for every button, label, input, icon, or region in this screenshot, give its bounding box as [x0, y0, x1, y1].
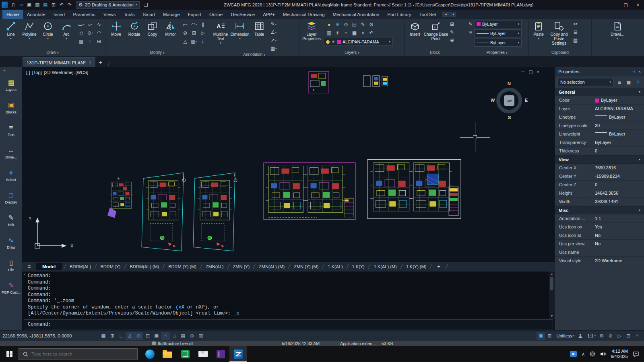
mirror-button[interactable]: Mirror: [161, 20, 180, 37]
layout-tab[interactable]: 1.K(AL) (M): [372, 264, 398, 269]
layer-sun-icon[interactable]: ☀: [331, 39, 335, 45]
drawing-restore-icon[interactable]: ▢: [528, 69, 533, 74]
polygon-icon[interactable]: ◇: [77, 29, 86, 37]
document-tab[interactable]: 131P-TIP2M MIMARI PLAN* ×: [23, 58, 95, 67]
layout-tab[interactable]: 1.K(AL): [326, 264, 344, 269]
touch-keyboard-icon[interactable]: [570, 351, 577, 357]
command-history-window[interactable]: × Command: Command: Command: Command: Co…: [22, 271, 555, 319]
properties-panel-label[interactable]: Properties▾: [465, 50, 528, 56]
ortho-toggle-icon[interactable]: ∟: [117, 332, 126, 340]
dynamic-ucs-icon[interactable]: ▣: [152, 332, 161, 340]
layout-tab[interactable]: BDRM (Y) (M): [167, 264, 198, 269]
viewport-visual-style-control[interactable]: [2D Wireframe]: [44, 70, 74, 75]
polar-toggle-icon[interactable]: ∠: [126, 332, 134, 340]
leader-icon[interactable]: ↗▾: [270, 36, 277, 44]
sidebar-item-draw[interactable]: ∿ Draw: [0, 232, 22, 254]
sidebar-item-edit[interactable]: ✎ Edit: [0, 209, 22, 232]
table-button[interactable]: Table: [250, 20, 269, 37]
match-properties-icon[interactable]: ✎: [469, 20, 473, 28]
layer-thaw-icon[interactable]: ☀: [333, 29, 342, 37]
tab-tool-set[interactable]: Tool Set: [415, 10, 440, 19]
open-file-icon[interactable]: ▱: [18, 1, 25, 8]
mail-icon[interactable]: [194, 346, 212, 362]
viewport-view-control[interactable]: [Top]: [32, 70, 42, 75]
add-layout-button[interactable]: +: [437, 263, 440, 269]
line-button[interactable]: Line▾: [2, 20, 20, 40]
paste-special-icon[interactable]: ▤: [573, 36, 578, 44]
cad-detail-cluster[interactable]: [107, 177, 133, 218]
status-menu-icon[interactable]: ≡: [633, 332, 642, 340]
align-icon[interactable]: ⊥: [198, 37, 207, 45]
tab-tools[interactable]: Tools: [120, 10, 139, 19]
sidebar-item-layers[interactable]: ▤ Layers: [0, 74, 22, 97]
sidebar-item-display[interactable]: □ Display: [0, 187, 22, 209]
layout-tab[interactable]: BDRM (Y): [99, 264, 122, 269]
maximize-button[interactable]: ▢: [620, 0, 632, 10]
compass-north[interactable]: N: [508, 81, 511, 86]
annotation-monitor-icon[interactable]: ▥: [196, 332, 205, 340]
sidebar-item-pgp[interactable]: ✎ PGP Cust...: [0, 277, 22, 299]
sidebar-item-dimension[interactable]: ↔ Dime...: [0, 142, 22, 164]
layer-walk-icon[interactable]: ▥: [325, 29, 333, 37]
save-as-icon[interactable]: ▥: [34, 1, 41, 8]
doc-tab-close-icon[interactable]: ×: [89, 60, 91, 65]
scroll-down-icon[interactable]: ▼: [551, 313, 553, 319]
layout-tab[interactable]: BDRM(AL) (M): [128, 264, 161, 269]
tab-mechanical-drawing[interactable]: Mechanical Drawing: [279, 10, 329, 19]
layer-match-icon[interactable]: ✎: [359, 20, 367, 29]
annotation-scale-label[interactable]: 1:1: [587, 333, 593, 338]
volume-icon[interactable]: [600, 351, 606, 357]
cad-elevation-strips[interactable]: [363, 76, 388, 87]
cut-icon[interactable]: ✂: [573, 20, 578, 28]
color-control-dropdown[interactable]: ByLayer ▾: [474, 20, 522, 28]
tab-parametric[interactable]: Parametric: [69, 10, 100, 19]
offset-icon[interactable]: ∥: [198, 20, 207, 29]
tab-insert[interactable]: Insert: [50, 10, 69, 19]
tab-manage[interactable]: Manage: [159, 10, 184, 19]
change-base-point-button[interactable]: Change Base Point: [423, 20, 448, 41]
otrack-toggle-icon[interactable]: ⊡: [143, 332, 152, 340]
ribbon-collapse-button[interactable]: ▲▾: [442, 10, 456, 19]
compass-south[interactable]: S: [508, 115, 511, 120]
gradient-icon[interactable]: ⊞: [95, 37, 103, 45]
sidebar-item-text[interactable]: ≡ Text: [0, 119, 22, 142]
point-icon[interactable]: ⊙▾: [86, 29, 95, 37]
zwcad-taskbar-icon[interactable]: [229, 346, 247, 362]
undo-icon[interactable]: ↶: [58, 1, 65, 8]
view-compass[interactable]: N E S W TOP: [490, 81, 528, 120]
taskbar-clock[interactable]: 4:12 AM 6/4/2025: [611, 349, 628, 359]
lineweight-control-dropdown[interactable]: ByLayer ▾: [474, 29, 522, 37]
arc-button[interactable]: Arc▾: [57, 20, 76, 40]
layout-tab[interactable]: BDRM(AL): [68, 264, 93, 269]
action-center-icon[interactable]: [633, 351, 639, 357]
cad-sheet-2[interactable]: [367, 160, 461, 219]
revision-cloud-icon[interactable]: ◠: [95, 29, 103, 37]
table-style-icon[interactable]: ▦▾: [270, 44, 277, 52]
copy-paste-settings-button[interactable]: Copy and Paste Settings: [547, 20, 572, 45]
user-icon[interactable]: [576, 332, 585, 340]
lineweight-toggle-icon[interactable]: □: [170, 332, 179, 340]
copy-clip-icon[interactable]: ⊟: [573, 28, 578, 36]
array-icon[interactable]: ▦▾: [190, 37, 198, 45]
viewport-ucs-control[interactable]: [WCS]: [76, 70, 89, 75]
sidebar-item-select[interactable]: + Select: [0, 164, 22, 187]
polyline-button[interactable]: Polyline▾: [20, 20, 39, 40]
taskbar-search[interactable]: [19, 348, 138, 360]
palette-close-icon[interactable]: ×: [638, 70, 641, 74]
stretch-icon[interactable]: ▷: [198, 29, 207, 37]
console-close-icon[interactable]: ×: [23, 272, 26, 277]
cad-site-plan-2[interactable]: [193, 173, 237, 251]
plot-icon[interactable]: ▤: [42, 1, 49, 8]
explorer-file-name[interactable]: IfcStructureTree.dll: [158, 341, 193, 346]
trim-icon[interactable]: ⌐▾: [181, 20, 190, 29]
sidebar-item-file[interactable]: ▯ File: [0, 254, 22, 277]
drawing-minimize-icon[interactable]: ─: [521, 69, 524, 74]
layout-tab[interactable]: 1.K(Y) (M): [405, 264, 428, 269]
grid-toggle-icon[interactable]: ▦: [99, 332, 108, 340]
toggle-pickadd-icon[interactable]: ⊞: [616, 78, 623, 86]
viewcube-top-face[interactable]: TOP: [504, 95, 514, 106]
tab-app-plus[interactable]: APP+: [259, 10, 279, 19]
file-explorer-icon[interactable]: [159, 346, 176, 362]
workspace-switching-icon[interactable]: ⚙: [597, 332, 606, 340]
tab-home[interactable]: Home: [2, 10, 23, 19]
